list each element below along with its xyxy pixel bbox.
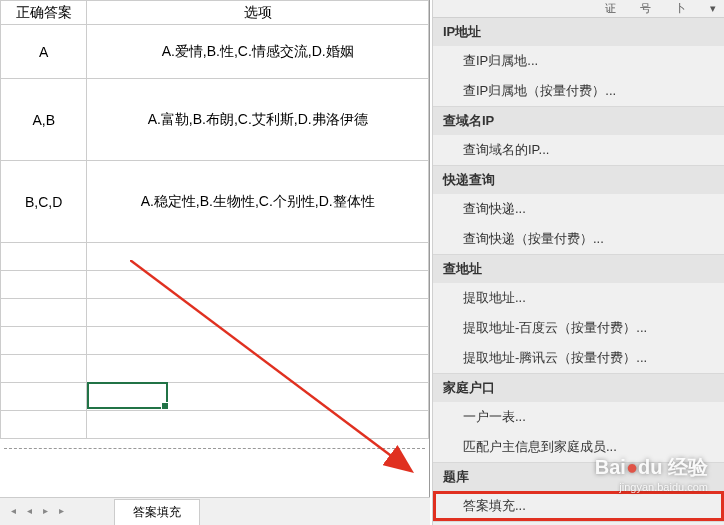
menu-section: IP地址 查IP归属地... 查IP归属地（按量付费）... bbox=[433, 18, 724, 107]
pane-divider bbox=[4, 439, 425, 449]
cell-empty[interactable] bbox=[87, 383, 429, 411]
cell-empty[interactable] bbox=[87, 271, 429, 299]
toolbar-item[interactable]: 号 bbox=[640, 1, 651, 16]
header-answer[interactable]: 正确答案 bbox=[1, 1, 87, 25]
table-row bbox=[1, 355, 429, 383]
menu-section-header: 家庭户口 bbox=[433, 374, 724, 402]
cell-empty[interactable] bbox=[1, 271, 87, 299]
menu-section: 查域名IP 查询域名的IP... bbox=[433, 107, 724, 166]
table-row: A,B A.富勒,B.布朗,C.艾利斯,D.弗洛伊德 bbox=[1, 79, 429, 161]
menu-section-header: 查域名IP bbox=[433, 107, 724, 135]
cell-options[interactable]: A.富勒,B.布朗,C.艾利斯,D.弗洛伊德 bbox=[87, 79, 429, 161]
table-row bbox=[1, 411, 429, 439]
menu-item-domain-ip[interactable]: 查询域名的IP... bbox=[433, 135, 724, 165]
menu-item-ip-lookup[interactable]: 查IP归属地... bbox=[433, 46, 724, 76]
menu-item-extract-address-baidu[interactable]: 提取地址-百度云（按量付费）... bbox=[433, 313, 724, 343]
toolbar-strip: 证 号 卜 ▾ bbox=[433, 0, 724, 18]
cell-empty[interactable] bbox=[1, 411, 87, 439]
table-row bbox=[1, 299, 429, 327]
tab-nav-controls: ◂ ◂ ▸ ▸ bbox=[0, 505, 74, 519]
menu-item-answer-fill[interactable]: 答案填充... bbox=[433, 491, 724, 521]
menu-item-ip-lookup-paid[interactable]: 查IP归属地（按量付费）... bbox=[433, 76, 724, 106]
cell-empty[interactable] bbox=[87, 299, 429, 327]
table-row: A A.爱情,B.性,C.情感交流,D.婚姻 bbox=[1, 25, 429, 79]
cell-empty[interactable] bbox=[87, 327, 429, 355]
toolbar-item[interactable]: 卜 bbox=[675, 1, 686, 16]
tab-first-icon[interactable]: ◂ bbox=[6, 505, 20, 519]
menu-item-express-query-paid[interactable]: 查询快递（按量付费）... bbox=[433, 224, 724, 254]
cell-empty[interactable] bbox=[87, 411, 429, 439]
toolbar-item[interactable]: 证 bbox=[605, 1, 616, 16]
table-row bbox=[1, 327, 429, 355]
menu-item-household-match[interactable]: 匹配户主信息到家庭成员... bbox=[433, 432, 724, 462]
header-row: 正确答案 选项 bbox=[1, 1, 429, 25]
spreadsheet-area: 正确答案 选项 A A.爱情,B.性,C.情感交流,D.婚姻 A,B A.富勒,… bbox=[0, 0, 430, 525]
menu-section-header: 题库 bbox=[433, 463, 724, 491]
cell-empty[interactable] bbox=[87, 355, 429, 383]
toolbar-dropdown-icon[interactable]: ▾ bbox=[710, 2, 716, 15]
cell-empty[interactable] bbox=[1, 355, 87, 383]
table-row: B,C,D A.稳定性,B.生物性,C.个别性,D.整体性 bbox=[1, 161, 429, 243]
context-menu-panel: 证 号 卜 ▾ IP地址 查IP归属地... 查IP归属地（按量付费）... 查… bbox=[432, 0, 724, 525]
cell-empty[interactable] bbox=[1, 299, 87, 327]
menu-item-extract-address-tencent[interactable]: 提取地址-腾讯云（按量付费）... bbox=[433, 343, 724, 373]
cell-answer[interactable]: A,B bbox=[1, 79, 87, 161]
cell-answer[interactable]: A bbox=[1, 25, 87, 79]
cell-empty[interactable] bbox=[1, 243, 87, 271]
menu-section-header: 快递查询 bbox=[433, 166, 724, 194]
cell-options[interactable]: A.稳定性,B.生物性,C.个别性,D.整体性 bbox=[87, 161, 429, 243]
cell-answer[interactable]: B,C,D bbox=[1, 161, 87, 243]
table-row bbox=[1, 383, 429, 411]
menu-section: 查地址 提取地址... 提取地址-百度云（按量付费）... 提取地址-腾讯云（按… bbox=[433, 255, 724, 374]
tab-prev-icon[interactable]: ◂ bbox=[22, 505, 36, 519]
cell-options[interactable]: A.爱情,B.性,C.情感交流,D.婚姻 bbox=[87, 25, 429, 79]
table-row bbox=[1, 243, 429, 271]
header-options[interactable]: 选项 bbox=[87, 1, 429, 25]
menu-section-header: 查地址 bbox=[433, 255, 724, 283]
sheet-tab-bar: ◂ ◂ ▸ ▸ 答案填充 bbox=[0, 497, 430, 525]
cell-empty[interactable] bbox=[87, 243, 429, 271]
menu-item-household-table[interactable]: 一户一表... bbox=[433, 402, 724, 432]
sheet-tab[interactable]: 答案填充 bbox=[114, 499, 200, 525]
menu-section: 家庭户口 一户一表... 匹配户主信息到家庭成员... bbox=[433, 374, 724, 463]
menu-section: 快递查询 查询快递... 查询快递（按量付费）... bbox=[433, 166, 724, 255]
menu-item-extract-address[interactable]: 提取地址... bbox=[433, 283, 724, 313]
cell-empty[interactable] bbox=[1, 327, 87, 355]
menu-section-header: IP地址 bbox=[433, 18, 724, 46]
cell-empty[interactable] bbox=[1, 383, 87, 411]
menu-item-express-query[interactable]: 查询快递... bbox=[433, 194, 724, 224]
menu-section: 题库 答案填充... bbox=[433, 463, 724, 522]
tab-last-icon[interactable]: ▸ bbox=[54, 505, 68, 519]
data-grid[interactable]: 正确答案 选项 A A.爱情,B.性,C.情感交流,D.婚姻 A,B A.富勒,… bbox=[0, 0, 429, 439]
tab-next-icon[interactable]: ▸ bbox=[38, 505, 52, 519]
table-row bbox=[1, 271, 429, 299]
